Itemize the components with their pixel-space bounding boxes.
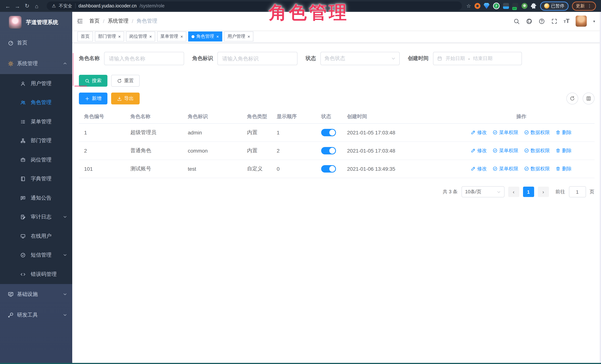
browser-menu-icon[interactable]: ⋮ (587, 3, 592, 9)
update-chip[interactable]: 更新 ⋮ (572, 1, 596, 10)
sidebar-item-menus[interactable]: 菜单管理 (0, 112, 72, 131)
sidebar-item-online-users[interactable]: 在线用户 (0, 227, 72, 246)
tag-posts[interactable]: 岗位管理 × (126, 31, 155, 41)
delete-action[interactable]: 删除 (556, 129, 572, 136)
sidebar-item-error-codes[interactable]: 错误码管理 (0, 265, 72, 284)
edit-action[interactable]: 修改 (471, 166, 487, 172)
status-toggle[interactable] (321, 165, 336, 173)
sidebar-item-dev-tools[interactable]: 研发工具 (0, 305, 72, 325)
next-page-button[interactable]: › (538, 187, 549, 197)
close-icon[interactable]: × (149, 34, 152, 39)
sidebar-item-home[interactable]: 首页 (0, 33, 72, 53)
sidebar-item-label: 菜单管理 (31, 118, 51, 125)
close-icon[interactable]: × (216, 34, 219, 39)
column-settings-button[interactable] (582, 93, 594, 104)
data-permission-action[interactable]: 数据权限 (524, 129, 550, 136)
trash-icon (556, 167, 561, 171)
browser-reload-icon[interactable]: ↻ (23, 3, 31, 9)
sidebar-item-users[interactable]: 用户管理 (0, 74, 72, 93)
cell-name: 普通角色 (125, 142, 183, 160)
profile-paused-chip[interactable]: 已暂停 (540, 1, 568, 10)
edit-action[interactable]: 修改 (471, 129, 487, 136)
prev-page-button[interactable]: ‹ (508, 187, 519, 197)
data-permission-action[interactable]: 数据权限 (524, 147, 550, 154)
role-name-input[interactable] (104, 52, 184, 65)
table-row: 1 超级管理员 admin 内置 1 2021-01-05 17:03:48 修… (79, 124, 594, 142)
sidebar-item-departments[interactable]: 部门管理 (0, 131, 72, 150)
dashboard-icon (8, 40, 14, 46)
tag-home[interactable]: 首页 (77, 31, 93, 41)
delete-action[interactable]: 删除 (556, 166, 572, 172)
close-icon[interactable]: × (247, 34, 250, 39)
create-time-range-picker[interactable]: 开始日期 - 结束日期 (433, 52, 522, 65)
data-permission-action[interactable]: 数据权限 (524, 166, 550, 172)
column-header-actions: 操作 (448, 110, 594, 124)
edit-action[interactable]: 修改 (471, 147, 487, 154)
extension-seven-icon[interactable]: 7 (493, 3, 500, 9)
tag-roles-active[interactable]: 角色管理 × (188, 31, 222, 41)
address-bar[interactable]: ⚠ 不安全 dashboard.yudao.iocoder.cn/system/… (47, 1, 462, 10)
breadcrumb-home[interactable]: 首页 (89, 18, 100, 24)
menu-permission-action[interactable]: 菜单权限 (493, 166, 518, 172)
sidebar-item-roles[interactable]: 角色管理 (0, 93, 72, 112)
refresh-table-button[interactable] (566, 93, 578, 104)
sidebar-logo[interactable]: 芋道管理系统 (0, 12, 72, 33)
fullscreen-icon[interactable] (551, 18, 557, 24)
avatar[interactable] (576, 16, 587, 27)
tag-users[interactable]: 用户管理 × (224, 31, 253, 41)
bookmark-star-icon[interactable]: ☆ (466, 3, 471, 9)
sidebar-item-sms[interactable]: 短信管理 (0, 246, 72, 265)
extension-gem-icon[interactable] (484, 3, 490, 9)
caret-down-icon[interactable]: ▾ (593, 19, 595, 23)
browser-back-icon[interactable]: ← (4, 3, 12, 9)
extension-monkey-icon[interactable] (521, 3, 527, 9)
status-toggle[interactable] (321, 129, 336, 136)
github-icon[interactable] (526, 18, 532, 24)
sidebar-collapse-button[interactable] (77, 18, 83, 24)
extensions-puzzle-icon[interactable] (531, 3, 537, 9)
plus-icon (85, 96, 90, 101)
status-select[interactable]: 角色状态 (321, 52, 400, 65)
breadcrumb-system[interactable]: 系统管理 (108, 18, 129, 24)
sidebar-item-notice[interactable]: 通知公告 (0, 188, 72, 207)
circle-check-icon (493, 148, 498, 153)
page-button-1[interactable]: 1 (523, 187, 534, 197)
reset-button[interactable]: 重置 (111, 75, 140, 87)
browser-forward-icon[interactable]: → (13, 3, 21, 9)
status-toggle[interactable] (321, 147, 336, 154)
sidebar-item-label: 岗位管理 (31, 157, 51, 163)
extension-badge-icon[interactable] (503, 3, 509, 9)
table-settings (566, 93, 594, 104)
sidebar-item-infrastructure[interactable]: 基础设施 (0, 284, 72, 305)
extension-icon[interactable] (474, 3, 480, 9)
sidebar-item-label: 系统管理 (17, 60, 38, 67)
add-button[interactable]: 新增 (79, 93, 107, 104)
status-label: 状态 (306, 55, 316, 62)
menu-permission-action[interactable]: 菜单权限 (493, 147, 518, 154)
menu-permission-action[interactable]: 菜单权限 (493, 129, 518, 136)
tag-departments[interactable]: 部门管理 × (95, 31, 124, 41)
table-toolbar: 新增 导出 (79, 93, 594, 104)
sidebar-item-audit-log[interactable]: 审计日志 (0, 207, 72, 227)
sidebar-item-dictionary[interactable]: 字典管理 (0, 169, 72, 188)
export-button[interactable]: 导出 (111, 93, 140, 104)
top-navbar: 首页 / 系统管理 / 角色管理 TT ▾ (72, 12, 601, 30)
edit-icon (471, 167, 476, 171)
goto-page-input[interactable] (569, 186, 586, 197)
browser-home-icon[interactable]: ⌂ (33, 3, 41, 9)
sidebar-item-posts[interactable]: 岗位管理 (0, 150, 72, 169)
sidebar-item-system[interactable]: 系统管理 (0, 53, 72, 74)
font-size-icon[interactable]: TT (564, 18, 570, 24)
search-icon[interactable] (513, 18, 520, 24)
close-icon[interactable]: × (118, 34, 121, 39)
role-key-input[interactable] (217, 52, 297, 65)
close-icon[interactable]: × (180, 34, 183, 39)
extension-on-icon[interactable]: on (512, 3, 518, 9)
page-scrollbar[interactable] (600, 12, 601, 363)
help-icon[interactable] (538, 18, 545, 24)
page-unit-label: 页 (590, 188, 594, 195)
delete-action[interactable]: 删除 (556, 147, 572, 154)
page-size-select[interactable]: 10条/页 (461, 186, 504, 197)
search-button[interactable]: 搜索 (79, 75, 107, 87)
tag-menus[interactable]: 菜单管理 × (157, 31, 186, 41)
